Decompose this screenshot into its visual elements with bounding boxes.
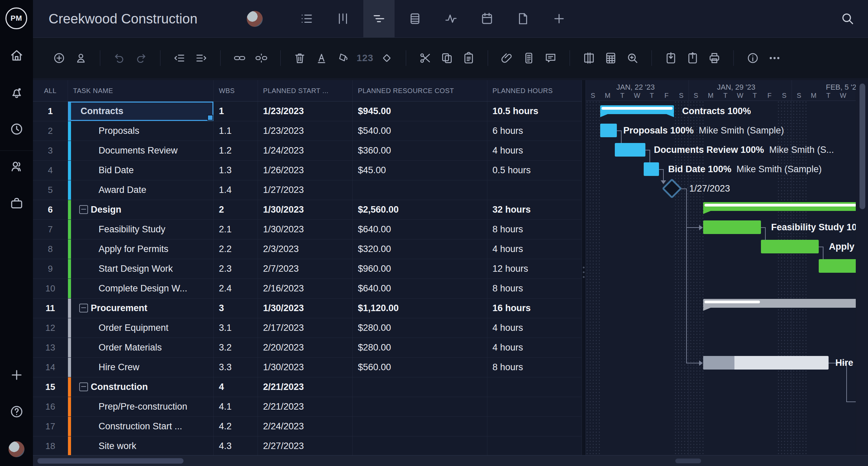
table-row[interactable]: 11Procurement31/30/2023$1,120.0016 hours xyxy=(33,299,582,318)
sidebar-add-new-icon[interactable] xyxy=(0,367,33,383)
task-name-cell[interactable]: Contracts xyxy=(68,102,214,121)
toolbar-notes-button[interactable] xyxy=(522,51,536,65)
toolbar-assign-person-button[interactable] xyxy=(74,51,88,65)
cell-wbs[interactable]: 3.1 xyxy=(214,318,258,338)
pm-logo[interactable]: PM xyxy=(5,7,27,29)
cell-start[interactable]: 2/27/2023 xyxy=(258,436,353,455)
toolbar-add-task-button[interactable] xyxy=(52,51,66,65)
cell-start[interactable]: 2/21/2023 xyxy=(258,377,353,397)
cell-wbs[interactable]: 1 xyxy=(214,102,258,121)
tab-sheet-view[interactable] xyxy=(399,0,431,37)
table-row[interactable]: 18Site work4.32/27/2023 xyxy=(33,436,582,455)
cell-hours[interactable] xyxy=(487,417,582,436)
cell-cost[interactable]: $280.00 xyxy=(353,338,487,357)
cell-start[interactable]: 2/17/2023 xyxy=(258,318,353,338)
cell-cost[interactable]: $45.00 xyxy=(353,161,487,180)
toolbar-number-format-button[interactable]: 123 xyxy=(358,51,372,65)
gantt-vertical-scrollbar[interactable] xyxy=(860,84,865,209)
task-name-cell[interactable]: Award Date xyxy=(68,180,214,200)
toolbar-unlink-tasks-button[interactable] xyxy=(255,51,268,65)
task-name-cell[interactable]: Procurement xyxy=(68,299,214,318)
cell-hours[interactable]: 8 hours xyxy=(487,279,582,298)
cell-wbs[interactable]: 4.3 xyxy=(214,436,258,455)
cell-hours[interactable]: 8 hours xyxy=(487,358,582,377)
cell-wbs[interactable]: 2.1 xyxy=(214,220,258,239)
toolbar-undo-button[interactable] xyxy=(112,51,126,65)
cell-cost[interactable] xyxy=(353,180,487,200)
gantt-summary-bar[interactable] xyxy=(703,202,856,211)
table-row[interactable]: 9Start Design Work2.32/7/2023$960.0012 h… xyxy=(33,259,582,279)
collapse-toggle-icon[interactable] xyxy=(79,382,88,391)
task-name-cell[interactable]: Order Equipment xyxy=(68,318,214,338)
task-name-cell[interactable]: Order Materials xyxy=(68,338,214,357)
project-owner-avatar[interactable] xyxy=(247,11,263,27)
table-row[interactable]: 17Construction Start ...4.22/24/2023 xyxy=(33,417,582,436)
toolbar-import-button[interactable] xyxy=(664,51,678,65)
cell-start[interactable]: 1/23/2023 xyxy=(258,121,353,141)
cell-start[interactable]: 2/16/2023 xyxy=(258,279,353,298)
cell-hours[interactable] xyxy=(487,397,582,416)
search-icon[interactable] xyxy=(840,11,855,26)
task-name-cell[interactable]: Bid Date xyxy=(68,161,214,180)
gantt-task-bar[interactable] xyxy=(819,259,856,273)
column-header-name[interactable]: TASK NAME xyxy=(68,80,214,101)
column-header-wbs[interactable]: WBS xyxy=(214,80,258,101)
cell-wbs[interactable]: 1.3 xyxy=(214,161,258,180)
table-row[interactable]: 4Bid Date1.31/26/2023$45.000.5 hours xyxy=(33,161,582,180)
task-name-cell[interactable]: Complete Design W... xyxy=(68,279,214,298)
task-name-cell[interactable]: Hire Crew xyxy=(68,358,214,377)
task-name-cell[interactable]: Design xyxy=(68,200,214,219)
toolbar-attachment-button[interactable] xyxy=(500,51,514,65)
sidebar-portfolio-icon[interactable] xyxy=(0,195,33,212)
table-row[interactable]: 14Hire Crew3.31/30/2023$560.008 hours xyxy=(33,358,582,377)
task-name-cell[interactable]: Documents Review xyxy=(68,141,214,160)
toolbar-comment-button[interactable] xyxy=(544,51,557,65)
task-name-cell[interactable]: Apply for Permits xyxy=(68,239,214,259)
cell-hours[interactable]: 12 hours xyxy=(487,259,582,279)
toolbar-link-tasks-button[interactable] xyxy=(233,51,246,65)
cell-start[interactable]: 2/7/2023 xyxy=(258,259,353,279)
cell-cost[interactable]: $1,120.00 xyxy=(353,299,487,318)
collapse-toggle-icon[interactable] xyxy=(79,205,88,214)
cell-start[interactable]: 2/20/2023 xyxy=(258,338,353,357)
cell-hours[interactable]: 10.5 hours xyxy=(487,102,582,121)
cell-cost[interactable]: $945.00 xyxy=(353,102,487,121)
cell-cost[interactable]: $320.00 xyxy=(353,239,487,259)
table-row[interactable]: 13Order Materials3.22/20/2023$280.004 ho… xyxy=(33,338,582,358)
cell-cost[interactable] xyxy=(353,377,487,397)
gantt-task-bar[interactable] xyxy=(615,143,645,157)
cell-cost[interactable]: $640.00 xyxy=(353,220,487,239)
table-row[interactable]: 8Apply for Permits2.22/3/2023$320.004 ho… xyxy=(33,239,582,259)
table-row[interactable]: 12Order Equipment3.12/17/2023$280.004 ho… xyxy=(33,318,582,338)
column-header-cost[interactable]: PLANNED RESOURCE COST xyxy=(353,80,487,101)
tab-calendar-view[interactable] xyxy=(471,0,503,37)
task-name-cell[interactable]: Prep/Pre-construction xyxy=(68,397,214,416)
gantt-task-bar[interactable] xyxy=(761,240,819,253)
cell-cost[interactable] xyxy=(353,436,487,455)
cell-hours[interactable]: 16 hours xyxy=(487,299,582,318)
cell-hours[interactable] xyxy=(487,436,582,455)
cell-wbs[interactable]: 3.2 xyxy=(214,338,258,357)
cell-wbs[interactable]: 1.1 xyxy=(214,121,258,141)
cell-hours[interactable]: 4 hours xyxy=(487,338,582,357)
column-header-start[interactable]: PLANNED START ... xyxy=(258,80,353,101)
task-name-cell[interactable]: Site work xyxy=(68,436,214,455)
cell-cost[interactable]: $640.00 xyxy=(353,279,487,298)
cell-cost[interactable]: $960.00 xyxy=(353,259,487,279)
column-header-num[interactable]: ALL xyxy=(33,80,68,101)
toolbar-print-button[interactable] xyxy=(708,51,721,65)
table-row[interactable]: 6Design21/30/2023$2,560.0032 hours xyxy=(33,200,582,220)
cell-cost[interactable] xyxy=(353,397,487,416)
gantt-task-bar[interactable] xyxy=(703,220,761,234)
cell-hours[interactable]: 4 hours xyxy=(487,239,582,259)
user-avatar[interactable] xyxy=(8,441,24,457)
tab-add-view[interactable] xyxy=(543,0,575,37)
cell-wbs[interactable]: 2 xyxy=(214,200,258,219)
sidebar-notifications-icon[interactable] xyxy=(0,84,33,101)
tab-activity-view[interactable] xyxy=(435,0,467,37)
cell-start[interactable]: 1/23/2023 xyxy=(258,102,353,121)
task-name-cell[interactable]: Construction xyxy=(68,377,214,397)
cell-hours[interactable]: 0.5 hours xyxy=(487,161,582,180)
toolbar-export-button[interactable] xyxy=(686,51,699,65)
gantt-summary-bar[interactable] xyxy=(703,299,856,308)
